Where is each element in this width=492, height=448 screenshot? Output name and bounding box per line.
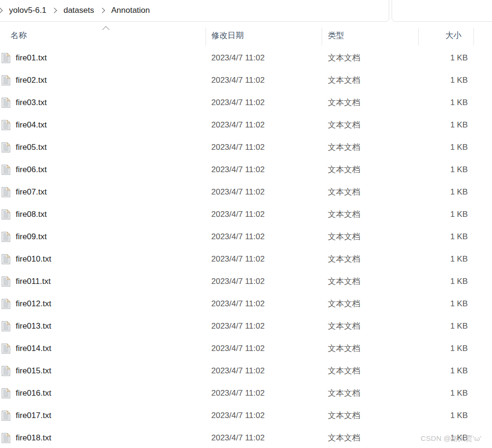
file-name: fire09.txt: [16, 232, 47, 242]
file-size: 1 KB: [419, 47, 483, 69]
file-row[interactable]: fire08.txt 2023/4/7 11:02 文本文档 1 KB: [0, 203, 492, 225]
text-file-icon: [1, 432, 11, 443]
file-size: 1 KB: [419, 136, 483, 158]
column-header-size[interactable]: 大小: [419, 24, 483, 47]
text-file-icon: [1, 253, 11, 264]
file-type: 文本文档: [322, 91, 419, 114]
breadcrumb-item-yolov5[interactable]: yolov5-6.1: [7, 4, 48, 17]
file-date: 2023/4/7 11:02: [206, 136, 322, 158]
file-name: fire07.txt: [16, 187, 47, 197]
file-size: 1 KB: [419, 225, 483, 248]
text-file-icon: [1, 410, 11, 421]
column-header-name-label: 名称: [10, 30, 27, 41]
breadcrumb-item-datasets[interactable]: datasets: [61, 4, 96, 17]
file-size: 1 KB: [419, 114, 483, 136]
file-type: 文本文档: [322, 225, 419, 248]
file-row[interactable]: fire012.txt 2023/4/7 11:02 文本文档 1 KB: [0, 292, 492, 315]
file-size: 1 KB: [419, 69, 483, 91]
file-date: 2023/4/7 11:02: [206, 91, 322, 114]
column-header-date[interactable]: 修改日期: [206, 24, 322, 47]
column-header-name[interactable]: 名称: [0, 24, 206, 47]
file-row[interactable]: fire011.txt 2023/4/7 11:02 文本文档 1 KB: [0, 270, 492, 292]
column-header-date-label: 修改日期: [211, 30, 244, 41]
file-size: 1 KB: [419, 181, 483, 203]
file-date: 2023/4/7 11:02: [206, 292, 322, 315]
text-file-icon: [1, 388, 11, 399]
file-date: 2023/4/7 11:02: [206, 382, 322, 404]
file-type: 文本文档: [322, 427, 419, 448]
file-name: fire010.txt: [16, 254, 51, 264]
file-row[interactable]: fire013.txt 2023/4/7 11:02 文本文档 1 KB: [0, 315, 492, 337]
text-file-icon: [1, 343, 11, 354]
file-size: 1 KB: [419, 292, 483, 315]
file-row[interactable]: fire010.txt 2023/4/7 11:02 文本文档 1 KB: [0, 248, 492, 270]
file-row[interactable]: fire04.txt 2023/4/7 11:02 文本文档 1 KB: [0, 114, 492, 136]
breadcrumb-item-annotation[interactable]: Annotation: [109, 4, 152, 17]
file-row[interactable]: fire03.txt 2023/4/7 11:02 文本文档 1 KB: [0, 91, 492, 114]
file-name: fire011.txt: [16, 277, 50, 286]
file-row[interactable]: fire01.txt 2023/4/7 11:02 文本文档 1 KB: [0, 47, 492, 69]
column-header-type-label: 类型: [328, 30, 344, 41]
file-date: 2023/4/7 11:02: [206, 427, 322, 448]
text-file-icon: [1, 142, 11, 153]
file-row[interactable]: fire07.txt 2023/4/7 11:02 文本文档 1 KB: [0, 181, 492, 203]
file-name: fire016.txt: [16, 389, 51, 398]
file-date: 2023/4/7 11:02: [206, 404, 322, 427]
text-file-icon: [1, 365, 11, 376]
sort-ascending-icon: [102, 26, 110, 34]
file-name: fire08.txt: [16, 210, 47, 219]
text-file-icon: [1, 164, 11, 175]
text-file-icon: [1, 186, 11, 197]
text-file-icon: [1, 97, 11, 108]
file-date: 2023/4/7 11:02: [206, 47, 322, 69]
file-date: 2023/4/7 11:02: [206, 114, 322, 136]
file-date: 2023/4/7 11:02: [206, 337, 322, 360]
text-file-icon: [1, 52, 11, 63]
chevron-right-icon: [0, 8, 3, 13]
csdn-watermark: CSDN @路人贾'ω': [421, 434, 482, 443]
column-divider[interactable]: [473, 28, 474, 46]
file-row[interactable]: fire016.txt 2023/4/7 11:02 文本文档 1 KB: [0, 382, 492, 404]
text-file-icon: [1, 231, 11, 242]
file-row[interactable]: fire015.txt 2023/4/7 11:02 文本文档 1 KB: [0, 360, 492, 382]
file-type: 文本文档: [322, 315, 419, 337]
file-row[interactable]: fire09.txt 2023/4/7 11:02 文本文档 1 KB: [0, 225, 492, 248]
file-type: 文本文档: [322, 114, 419, 136]
column-headers: 名称 修改日期 类型 大小: [0, 24, 492, 47]
file-date: 2023/4/7 11:02: [206, 203, 322, 225]
breadcrumb: yolov5-6.1 datasets Annotation: [0, 0, 152, 21]
file-row[interactable]: fire014.txt 2023/4/7 11:02 文本文档 1 KB: [0, 337, 492, 360]
file-size: 1 KB: [419, 337, 483, 360]
file-row[interactable]: fire06.txt 2023/4/7 11:02 文本文档 1 KB: [0, 158, 492, 181]
file-size: 1 KB: [419, 382, 483, 404]
file-row[interactable]: fire017.txt 2023/4/7 11:02 文本文档 1 KB: [0, 404, 492, 427]
text-file-icon: [1, 321, 11, 331]
column-header-type[interactable]: 类型: [322, 24, 419, 47]
file-type: 文本文档: [322, 292, 419, 315]
file-name: fire06.txt: [16, 165, 47, 175]
file-type: 文本文档: [322, 203, 419, 225]
file-size: 1 KB: [419, 315, 483, 337]
file-type: 文本文档: [322, 158, 419, 181]
text-file-icon: [1, 276, 11, 287]
file-row[interactable]: fire018.txt 2023/4/7 11:02 文本文档 1 KB: [0, 427, 492, 448]
search-box: [392, 0, 492, 22]
file-date: 2023/4/7 11:02: [206, 69, 322, 91]
file-name: fire03.txt: [16, 98, 47, 107]
text-file-icon: [1, 75, 11, 86]
file-size: 1 KB: [419, 360, 483, 382]
file-type: 文本文档: [322, 270, 419, 292]
file-name: fire015.txt: [16, 366, 51, 376]
file-name: fire02.txt: [16, 76, 47, 85]
file-name: fire013.txt: [16, 321, 51, 331]
file-date: 2023/4/7 11:02: [206, 270, 322, 292]
file-row[interactable]: fire05.txt 2023/4/7 11:02 文本文档 1 KB: [0, 136, 492, 158]
file-type: 文本文档: [322, 404, 419, 427]
file-type: 文本文档: [322, 181, 419, 203]
file-date: 2023/4/7 11:02: [206, 158, 322, 181]
file-name: fire017.txt: [16, 411, 51, 420]
file-type: 文本文档: [322, 136, 419, 158]
file-type: 文本文档: [322, 248, 419, 270]
file-row[interactable]: fire02.txt 2023/4/7 11:02 文本文档 1 KB: [0, 69, 492, 91]
file-size: 1 KB: [419, 91, 483, 114]
